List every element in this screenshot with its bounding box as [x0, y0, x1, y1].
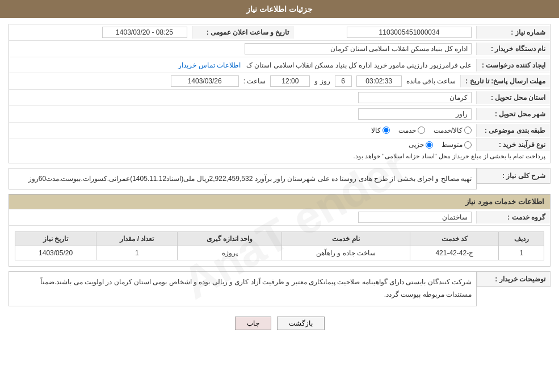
- sharh-label: شرح کلی نیاز :: [477, 168, 550, 184]
- page-title: جزئیات اطلاعات نیاز: [246, 5, 313, 14]
- table-row: 1ج-42-42-421ساخت جاده و راهآهنپروژه11403…: [15, 246, 544, 260]
- shomara-niaz-value: 1103005451000034: [347, 27, 472, 38]
- baqi-value: 03:02:33: [356, 75, 402, 87]
- group-khadamat-value: ساختمان: [358, 212, 472, 223]
- saat-label: ساعت :: [243, 77, 266, 85]
- mohlat-date-value: 1403/03/26: [171, 75, 239, 87]
- note-text: پرداخت تمام یا بخشی از مبلغ خریداز محل "…: [348, 151, 550, 163]
- ostan-value: کرمان: [358, 92, 472, 103]
- sharh-section: شرح کلی نیاز : تهیه مصالح و اجرای بخشی ا…: [9, 168, 550, 189]
- buttons-row: بازگشت چاپ: [9, 311, 550, 336]
- sharh-content: تهیه مصالح و اجرای بخشی از طرح هادی روست…: [9, 168, 477, 189]
- bazgasht-button[interactable]: بازگشت: [277, 317, 325, 330]
- page-header: جزئیات اطلاعات نیاز: [0, 0, 559, 18]
- row-ostan: استان محل تحویل : کرمان: [9, 90, 550, 106]
- row-mohlat: مهلت ارسال پاسخ: تا تاریخ : 1403/03/26 س…: [9, 73, 550, 90]
- radio-kala[interactable]: کالا: [371, 127, 390, 134]
- row-tabaqe: طبقه بندی موضوعی : کالا/خدمت خدمت: [9, 123, 550, 138]
- col-date: تاریخ نیاز: [15, 232, 96, 246]
- col-count: تعداد / مقدار: [96, 232, 178, 246]
- khadamat-section: گروه خدمت : ساختمان ردیف کد خدمت نام خدم…: [9, 209, 550, 267]
- col-radif: ردیف: [499, 232, 544, 246]
- nam-dasteghah-label: نام دستگاه خریدار :: [476, 43, 550, 55]
- radio-jozei[interactable]: جزیی: [409, 141, 433, 149]
- ettelaat-tamas-link[interactable]: اطلاعات تماس خریدار: [178, 61, 241, 69]
- col-unit: واحد اندازه گیری: [178, 232, 281, 246]
- rooz-label: روز و: [314, 77, 330, 85]
- shomara-niaz-label: شماره نیاز :: [476, 26, 550, 39]
- khadamat-table-wrapper: ردیف کد خدمت نام خدمت واحد اندازه گیری ت…: [9, 226, 550, 266]
- rooz-value: 6: [335, 75, 352, 87]
- group-khadamat-label: گروه خدمت :: [476, 211, 550, 224]
- row-shahr: شهر محل تحویل : راور: [9, 106, 550, 123]
- ostan-label: استان محل تحویل :: [476, 91, 550, 104]
- radio-kala-khedmat[interactable]: کالا/خدمت: [434, 127, 472, 134]
- mohlat-label: مهلت ارسال پاسخ: تا تاریخ :: [460, 75, 550, 87]
- services-table: ردیف کد خدمت نام خدمت واحد اندازه گیری ت…: [15, 231, 544, 260]
- radio-motevaset[interactable]: متوسط: [442, 141, 472, 149]
- radio-khedmat[interactable]: خدمت: [398, 127, 425, 134]
- chap-button[interactable]: چاپ: [235, 317, 271, 330]
- row-shomara-tarix: شماره نیاز : 1103005451000034 تاریخ و سا…: [9, 24, 550, 41]
- khadamat-section-title: اطلاعات خدمات مورد نیاز: [9, 194, 550, 209]
- row-faraind: نوع فرآیند خرید : متوسط جزیی: [9, 138, 550, 163]
- tarix-elan-value: 1403/03/20 - 08:25: [102, 27, 187, 38]
- ijad-label: ایجاد کننده درخواست :: [476, 59, 550, 71]
- row-ijad: ایجاد کننده درخواست : علی فرامرزپور دارز…: [9, 57, 550, 73]
- row-nam-dasteghah: نام دستگاه خریدار : اداره کل بنیاد مسکن …: [9, 41, 550, 57]
- baqi-label: ساعت باقی مانده: [406, 77, 456, 85]
- ijad-value: علی فرامرزپور دارزینی مامور خرید اداره ک…: [246, 61, 472, 69]
- shahr-value: راور: [358, 108, 472, 120]
- saat-value: 12:00: [270, 75, 310, 87]
- tawzih-section: توضیحات خریدار : شرکت کنندگان بایستی دار…: [9, 271, 550, 306]
- tabaqe-label: طبقه بندی موضوعی :: [476, 124, 550, 137]
- tawzih-label: توضیحات خریدار :: [477, 271, 550, 287]
- col-code: کد خدمت: [410, 232, 499, 246]
- tarix-elan-label: تاریخ و ساعت اعلان عمومی :: [192, 26, 294, 39]
- tawzih-content: شرکت کنندگان بایستی دارای گواهینامه صلاح…: [9, 271, 477, 306]
- main-info-section: شماره نیاز : 1103005451000034 تاریخ و سا…: [9, 24, 550, 163]
- faraind-label: نوع فرآیند خرید :: [476, 138, 550, 151]
- row-group-khadamat: گروه خدمت : ساختمان: [9, 209, 550, 226]
- shahr-label: شهر محل تحویل :: [476, 108, 550, 120]
- col-name: نام خدمت: [281, 232, 410, 246]
- nam-dasteghah-value: اداره کل بنیاد مسکن انقلاب اسلامی استان …: [9, 41, 476, 57]
